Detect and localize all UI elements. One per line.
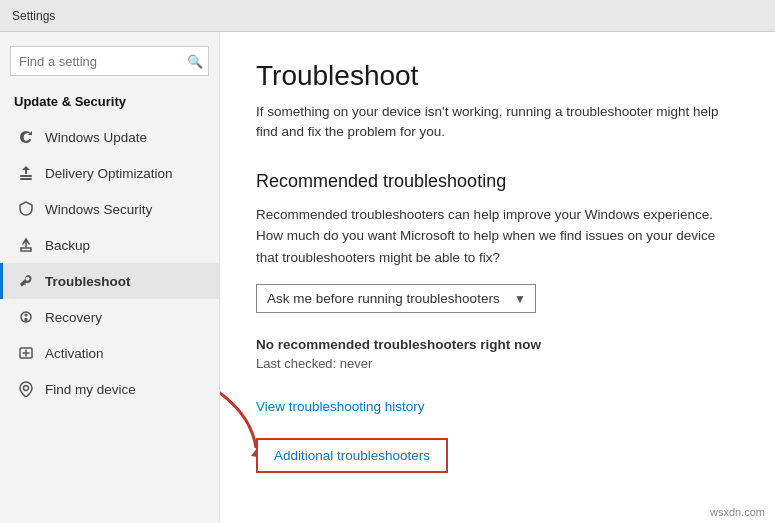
sidebar-item-label-recovery: Recovery xyxy=(45,310,102,325)
sidebar-item-label-activation: Activation xyxy=(45,346,104,361)
sidebar-item-activation[interactable]: Activation xyxy=(0,335,219,371)
sidebar-item-label-backup: Backup xyxy=(45,238,90,253)
troubleshooter-dropdown[interactable]: Ask me before running troubleshooters Ru… xyxy=(256,284,536,313)
svg-point-3 xyxy=(25,314,28,317)
sidebar-item-recovery[interactable]: Recovery xyxy=(0,299,219,335)
svg-rect-0 xyxy=(20,175,32,177)
sidebar-item-label-troubleshoot: Troubleshoot xyxy=(45,274,131,289)
annotation-area: Additional troubleshooters xyxy=(256,438,739,473)
sidebar-item-label-find-my-device: Find my device xyxy=(45,382,136,397)
search-box-wrapper: 🔍 xyxy=(10,46,209,76)
refresh-icon xyxy=(17,128,35,146)
title-bar: Settings xyxy=(0,0,775,32)
sidebar-section-title: Update & Security xyxy=(0,88,219,119)
recommended-section-desc: Recommended troubleshooters can help imp… xyxy=(256,204,739,269)
find-device-icon xyxy=(17,380,35,398)
last-checked-text: Last checked: never xyxy=(256,356,739,371)
no-troubleshooters-text: No recommended troubleshooters right now xyxy=(256,337,739,352)
shield-icon xyxy=(17,200,35,218)
main-container: 🔍 Update & Security Windows Update Deliv… xyxy=(0,32,775,523)
recommended-section-heading: Recommended troubleshooting xyxy=(256,171,739,192)
sidebar-item-troubleshoot[interactable]: Troubleshoot xyxy=(0,263,219,299)
svg-rect-4 xyxy=(25,318,28,321)
wrench-icon xyxy=(17,272,35,290)
additional-btn-wrapper: Additional troubleshooters xyxy=(256,438,448,473)
additional-troubleshooters-button[interactable]: Additional troubleshooters xyxy=(256,438,448,473)
search-icon: 🔍 xyxy=(187,54,203,69)
dropdown-container: Ask me before running troubleshooters Ru… xyxy=(256,284,536,313)
sidebar-item-windows-update[interactable]: Windows Update xyxy=(0,119,219,155)
sidebar: 🔍 Update & Security Windows Update Deliv… xyxy=(0,32,220,523)
page-subtitle: If something on your device isn't workin… xyxy=(256,102,739,143)
backup-icon xyxy=(17,236,35,254)
watermark: wsxdn.com xyxy=(706,505,769,519)
page-title: Troubleshoot xyxy=(256,60,739,92)
sidebar-item-find-my-device[interactable]: Find my device xyxy=(0,371,219,407)
sidebar-item-delivery-optimization[interactable]: Delivery Optimization xyxy=(0,155,219,191)
search-input[interactable] xyxy=(10,46,209,76)
sidebar-item-label-windows-update: Windows Update xyxy=(45,130,147,145)
recovery-icon xyxy=(17,308,35,326)
title-bar-text: Settings xyxy=(12,9,55,23)
sidebar-item-label-delivery-optimization: Delivery Optimization xyxy=(45,166,173,181)
sidebar-item-label-windows-security: Windows Security xyxy=(45,202,152,217)
sidebar-item-backup[interactable]: Backup xyxy=(0,227,219,263)
svg-point-6 xyxy=(24,386,29,391)
sidebar-item-windows-security[interactable]: Windows Security xyxy=(0,191,219,227)
svg-rect-1 xyxy=(20,178,32,180)
content-area: Troubleshoot If something on your device… xyxy=(220,32,775,523)
upload-icon xyxy=(17,164,35,182)
activation-icon xyxy=(17,344,35,362)
dropdown-wrapper: Ask me before running troubleshooters Ru… xyxy=(256,284,739,313)
view-history-link[interactable]: View troubleshooting history xyxy=(256,399,739,414)
